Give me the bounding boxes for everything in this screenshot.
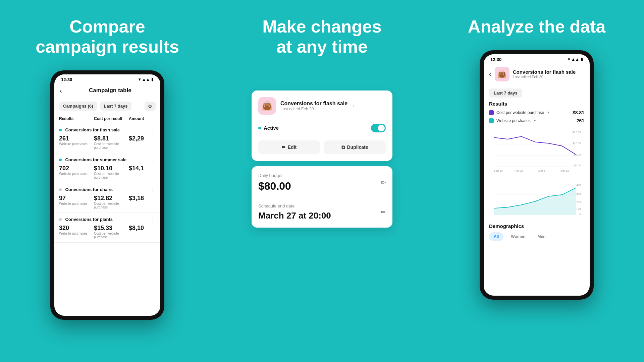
campaign-options-btn[interactable]: ⋮ — [150, 216, 156, 223]
card-header: 👜 Conversions for flash sale Last edited… — [258, 97, 386, 115]
divider — [258, 198, 386, 198]
campaigns-filter-btn[interactable]: Campaigns (6) — [59, 102, 97, 111]
result-label: Website purchases ▼ — [489, 118, 537, 123]
col-results: Results — [59, 116, 94, 121]
demographics-section: Demographics All Women Men — [484, 220, 590, 244]
metric-amount-value: $2,29 — [129, 135, 156, 142]
active-toggle[interactable] — [371, 124, 386, 132]
active-row: Active — [258, 120, 386, 136]
result-label: Cost per website purchase ▼ — [489, 110, 550, 115]
demo-tab-men[interactable]: Men — [533, 232, 550, 241]
metric-cost-label: Cost per website purchase — [94, 172, 129, 179]
metric-value: 97 — [59, 195, 94, 202]
metric-cost-label: Cost per website purchase — [94, 142, 129, 149]
metric-value: 320 — [59, 225, 94, 232]
svg-text:$0.00: $0.00 — [574, 164, 581, 167]
back-button[interactable]: ‹ — [60, 87, 62, 95]
demo-tab-all[interactable]: All — [489, 232, 503, 241]
card-arrow-icon[interactable]: › — [352, 102, 354, 109]
campaign-name-label: Conversions for chairs — [59, 186, 113, 192]
metric-result: 702 Website purchases — [59, 165, 94, 179]
svg-text:200: 200 — [576, 201, 581, 204]
col-amount: Amount — [129, 116, 156, 121]
metric-dropdown-icon[interactable]: ▼ — [533, 119, 537, 122]
svg-text:Mar 5: Mar 5 — [538, 169, 545, 172]
result-item: Cost per website purchase ▼ $8.81 — [489, 110, 584, 115]
metric-cost-value: $10.10 — [94, 165, 129, 172]
metric-cost: $10.10 Cost per website purchase — [94, 165, 129, 179]
svg-text:Feb 19: Feb 19 — [494, 169, 503, 172]
campaign-name-label: Conversions for flash sale — [59, 127, 120, 133]
right-back-button[interactable]: ‹ — [489, 70, 491, 78]
phone-header: ‹ Campaign table — [54, 83, 160, 98]
screen-title: Campaign table — [65, 87, 155, 94]
demo-tab-women[interactable]: Women — [506, 232, 530, 241]
results-section: Results Cost per website purchase ▼ $8.8… — [484, 101, 590, 123]
signal-icon: ▲▲ — [142, 77, 150, 82]
metric-cost-value: $12.82 — [94, 195, 129, 202]
svg-text:Feb 26: Feb 26 — [515, 169, 523, 172]
analytics-subtitle: Last edited Feb 20 — [513, 75, 576, 79]
duplicate-button[interactable]: ⧉ Duplicate — [324, 140, 386, 154]
campaign-name-label: Conversions for plants — [59, 216, 113, 222]
campaign-row: Conversions for chairs ⋮ 97 Website purc… — [54, 183, 160, 213]
result-item: Website purchases ▼ 261 — [489, 118, 584, 123]
table-header: Results Cost per result Amount — [54, 114, 160, 123]
budget-info: Daily budget $80.00 — [258, 173, 291, 192]
left-panel: Compare campaign results 12:30 ▾ ▲▲ ▮ ‹ … — [0, 0, 215, 362]
budget-value: $80.00 — [258, 180, 291, 192]
metric-result: 261 Website purchases — [59, 135, 94, 149]
right-battery-icon: ▮ — [581, 57, 583, 62]
campaign-name-row: Conversions for summer sale ⋮ — [59, 157, 156, 163]
center-heading: Make changes at any time — [249, 17, 395, 57]
campaign-metrics: 97 Website purchases $12.82 Cost per web… — [59, 195, 156, 209]
schedule-edit-icon[interactable]: ✏ — [381, 208, 386, 216]
budget-section: Daily budget $80.00 ✏ — [258, 173, 386, 192]
svg-text:$5.00: $5.00 — [574, 153, 581, 156]
action-row: ✏ Edit ⧉ Duplicate — [258, 140, 386, 154]
active-dot — [258, 127, 261, 129]
card-title: Conversions for flash sale — [280, 101, 347, 107]
analytics-chart: $15.00 $10.00 $5.00 $0.00 Feb 19 Feb 26 … — [489, 126, 584, 186]
campaign-options-btn[interactable]: ⋮ — [150, 127, 156, 133]
campaign-icon: 👜 — [258, 97, 276, 115]
metric-cost-label: Cost per website purchase — [94, 232, 129, 239]
budget-edit-icon[interactable]: ✏ — [381, 179, 386, 186]
center-panel: Make changes at any time 👜 Conversions f… — [215, 0, 429, 362]
campaign-metrics: 261 Website purchases $8.81 Cost per web… — [59, 135, 156, 149]
svg-text:Mar 12: Mar 12 — [560, 169, 569, 172]
campaign-status-dot — [59, 188, 62, 191]
metric-amount: $3,18 — [129, 195, 156, 209]
left-phone: 12:30 ▾ ▲▲ ▮ ‹ Campaign table Campaigns … — [50, 70, 164, 320]
date-filter-btn[interactable]: Last 7 days — [100, 102, 132, 111]
active-label: Active — [258, 125, 279, 131]
filter-settings-btn[interactable]: ⚙ — [145, 102, 156, 111]
campaign-metrics: 702 Website purchases $10.10 Cost per we… — [59, 165, 156, 179]
schedule-section: Schedule end date March 27 at 20:00 ✏ — [258, 203, 386, 221]
status-icons: ▾ ▲▲ ▮ — [139, 77, 154, 82]
duplicate-icon: ⧉ — [341, 144, 345, 150]
demographics-title: Demographics — [489, 223, 584, 229]
svg-text:0: 0 — [579, 213, 581, 216]
result-metric-value: 261 — [577, 118, 584, 123]
budget-label: Daily budget — [258, 173, 291, 178]
metric-label: Website purchases — [59, 232, 94, 235]
edit-button[interactable]: ✏ Edit — [258, 140, 320, 154]
analytics-campaign-icon: 👜 — [495, 67, 509, 81]
campaign-options-btn[interactable]: ⋮ — [150, 186, 156, 193]
metric-label: Website purchases — [59, 172, 94, 176]
campaign-status-dot — [59, 218, 62, 221]
result-metric-value: $8.81 — [573, 110, 584, 115]
campaign-name-text: Conversions for chairs — [65, 187, 113, 192]
metric-dropdown-icon[interactable]: ▼ — [547, 111, 550, 114]
metrics-list: Cost per website purchase ▼ $8.81 Websit… — [489, 110, 584, 123]
right-phone-time: 12:30 — [490, 57, 501, 62]
metric-label: Website purchases — [59, 142, 94, 146]
campaign-options-btn[interactable]: ⋮ — [150, 157, 156, 163]
campaign-row: Conversions for flash sale ⋮ 261 Website… — [54, 123, 160, 153]
right-date-filter[interactable]: Last 7 days — [489, 88, 522, 98]
svg-text:400: 400 — [576, 184, 581, 187]
svg-text:$15.00: $15.00 — [573, 131, 581, 134]
campaign-metrics: 320 Website purchases $15.33 Cost per we… — [59, 225, 156, 239]
metric-cost-value: $15.33 — [94, 225, 129, 232]
